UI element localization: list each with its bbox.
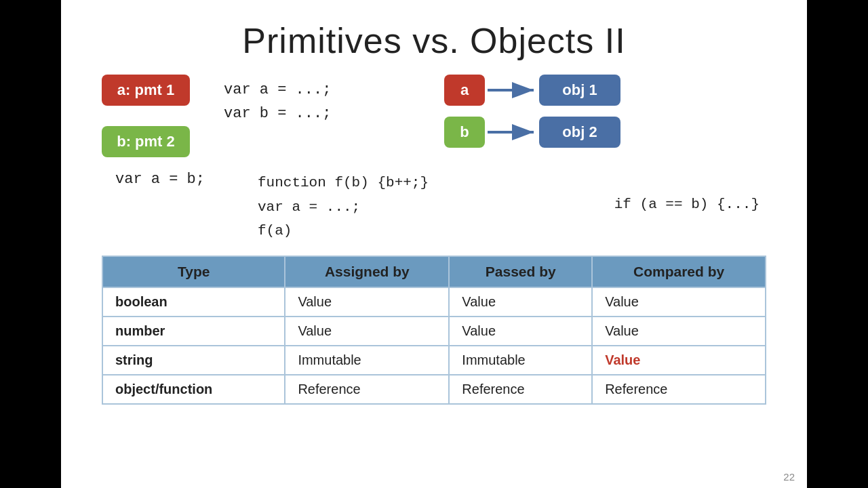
fn-line-1: function f(b) {b++;} (258, 171, 509, 195)
arrow-a (485, 82, 539, 98)
page-title: Primitives vs. Objects II (102, 20, 766, 61)
table-cell: Reference (592, 375, 766, 404)
col-type: Type (102, 256, 285, 287)
table-cell: Value (449, 287, 592, 317)
if-code: if (a == b) {...} (614, 197, 760, 212)
table-cell: Reference (449, 375, 592, 404)
table-cell: Immutable (449, 346, 592, 375)
obj-box-b: b (444, 117, 485, 148)
function-code-block: function f(b) {b++;} var a = ...; f(a) (258, 171, 509, 243)
box-b-pmt: b: pmt 2 (102, 126, 190, 157)
slide-number: 22 (783, 471, 795, 483)
obj-box-1: obj 1 (539, 75, 620, 106)
table-cell: Value (592, 346, 766, 375)
col-passed: Passed by (449, 256, 592, 287)
var-code-block: var a = ...; var b = ...; (224, 78, 331, 125)
table-cell: Value (285, 287, 449, 317)
slide: Primitives vs. Objects II a: pmt 1 b: pm… (61, 0, 807, 488)
table-row: booleanValueValueValue (102, 287, 766, 317)
comparison-table-area: Type Assigned by Passed by Compared by b… (102, 256, 766, 405)
table-cell: number (102, 317, 285, 346)
code-line-1: var a = ...; (224, 78, 331, 102)
table-row: object/functionReferenceReferenceReferen… (102, 375, 766, 404)
table-cell: Value (449, 317, 592, 346)
table-cell: string (102, 346, 285, 375)
arrow-b (485, 124, 539, 140)
col-assigned: Assigned by (285, 256, 449, 287)
table-row: numberValueValueValue (102, 317, 766, 346)
code-line-2: var b = ...; (224, 102, 331, 125)
obj-box-a: a (444, 75, 485, 106)
table-cell: Value (285, 317, 449, 346)
table-cell: Reference (285, 375, 449, 404)
table-cell: boolean (102, 287, 285, 317)
table-cell: Value (592, 317, 766, 346)
comparison-table: Type Assigned by Passed by Compared by b… (102, 256, 766, 405)
obj-row-b: b obj 2 (444, 117, 766, 148)
fn-line-2: var a = ...; (258, 195, 509, 220)
table-header-row: Type Assigned by Passed by Compared by (102, 256, 766, 287)
col-compared: Compared by (592, 256, 766, 287)
obj-box-2: obj 2 (539, 117, 620, 148)
table-cell: Value (592, 287, 766, 317)
table-cell: Immutable (285, 346, 449, 375)
table-row: stringImmutableImmutableValue (102, 346, 766, 375)
fn-line-3: f(a) (258, 219, 509, 243)
table-cell: object/function (102, 375, 285, 404)
box-a-pmt: a: pmt 1 (102, 75, 190, 106)
obj-row-a: a obj 1 (444, 75, 766, 106)
assign-code: var a = b; (115, 171, 237, 188)
